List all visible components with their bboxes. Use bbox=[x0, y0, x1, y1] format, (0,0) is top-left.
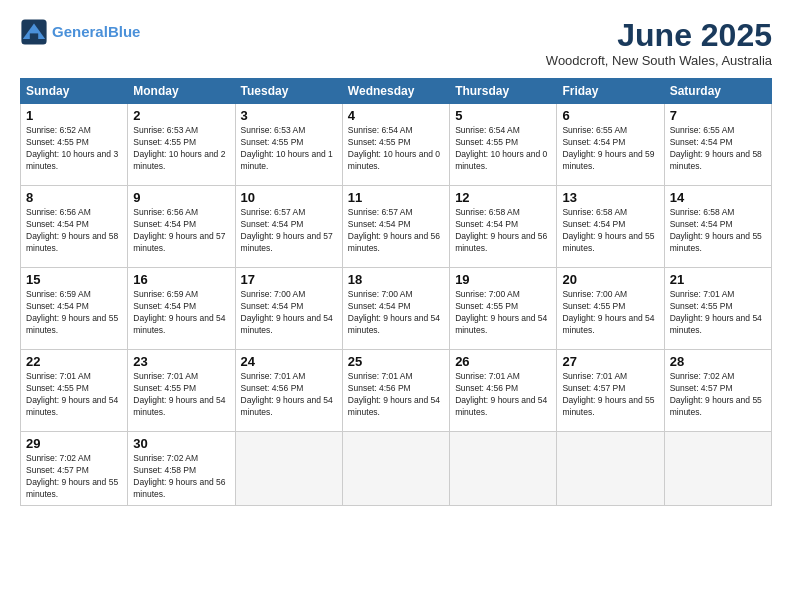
table-row: 27 Sunrise: 7:01 AM Sunset: 4:57 PM Dayl… bbox=[557, 350, 664, 432]
day-number: 17 bbox=[241, 272, 337, 287]
table-row bbox=[235, 432, 342, 506]
day-number: 21 bbox=[670, 272, 766, 287]
day-number: 13 bbox=[562, 190, 658, 205]
table-row: 26 Sunrise: 7:01 AM Sunset: 4:56 PM Dayl… bbox=[450, 350, 557, 432]
col-thursday: Thursday bbox=[450, 79, 557, 104]
table-row: 22 Sunrise: 7:01 AM Sunset: 4:55 PM Dayl… bbox=[21, 350, 128, 432]
table-row: 19 Sunrise: 7:00 AM Sunset: 4:55 PM Dayl… bbox=[450, 268, 557, 350]
day-info: Sunrise: 7:01 AM Sunset: 4:55 PM Dayligh… bbox=[26, 371, 122, 419]
day-info: Sunrise: 7:00 AM Sunset: 4:54 PM Dayligh… bbox=[241, 289, 337, 337]
logo-text: GeneralBlue bbox=[52, 23, 140, 40]
table-row: 1 Sunrise: 6:52 AM Sunset: 4:55 PM Dayli… bbox=[21, 104, 128, 186]
day-info: Sunrise: 7:00 AM Sunset: 4:54 PM Dayligh… bbox=[348, 289, 444, 337]
day-info: Sunrise: 7:01 AM Sunset: 4:56 PM Dayligh… bbox=[348, 371, 444, 419]
day-info: Sunrise: 6:56 AM Sunset: 4:54 PM Dayligh… bbox=[26, 207, 122, 255]
day-number: 30 bbox=[133, 436, 229, 451]
day-number: 12 bbox=[455, 190, 551, 205]
day-info: Sunrise: 7:01 AM Sunset: 4:55 PM Dayligh… bbox=[670, 289, 766, 337]
header-row: Sunday Monday Tuesday Wednesday Thursday… bbox=[21, 79, 772, 104]
day-info: Sunrise: 6:54 AM Sunset: 4:55 PM Dayligh… bbox=[455, 125, 551, 173]
day-number: 24 bbox=[241, 354, 337, 369]
day-info: Sunrise: 6:57 AM Sunset: 4:54 PM Dayligh… bbox=[348, 207, 444, 255]
location: Woodcroft, New South Wales, Australia bbox=[546, 53, 772, 68]
day-number: 8 bbox=[26, 190, 122, 205]
day-info: Sunrise: 7:01 AM Sunset: 4:56 PM Dayligh… bbox=[241, 371, 337, 419]
calendar-body: 1 Sunrise: 6:52 AM Sunset: 4:55 PM Dayli… bbox=[21, 104, 772, 506]
logo: GeneralBlue bbox=[20, 18, 140, 46]
calendar-table: Sunday Monday Tuesday Wednesday Thursday… bbox=[20, 78, 772, 506]
table-row: 17 Sunrise: 7:00 AM Sunset: 4:54 PM Dayl… bbox=[235, 268, 342, 350]
table-row: 10 Sunrise: 6:57 AM Sunset: 4:54 PM Dayl… bbox=[235, 186, 342, 268]
table-row: 7 Sunrise: 6:55 AM Sunset: 4:54 PM Dayli… bbox=[664, 104, 771, 186]
table-row: 25 Sunrise: 7:01 AM Sunset: 4:56 PM Dayl… bbox=[342, 350, 449, 432]
day-number: 23 bbox=[133, 354, 229, 369]
table-row: 20 Sunrise: 7:00 AM Sunset: 4:55 PM Dayl… bbox=[557, 268, 664, 350]
day-info: Sunrise: 7:01 AM Sunset: 4:56 PM Dayligh… bbox=[455, 371, 551, 419]
day-number: 27 bbox=[562, 354, 658, 369]
logo-line1: General bbox=[52, 23, 108, 40]
day-number: 11 bbox=[348, 190, 444, 205]
day-number: 29 bbox=[26, 436, 122, 451]
table-row: 14 Sunrise: 6:58 AM Sunset: 4:54 PM Dayl… bbox=[664, 186, 771, 268]
day-number: 6 bbox=[562, 108, 658, 123]
day-info: Sunrise: 6:55 AM Sunset: 4:54 PM Dayligh… bbox=[670, 125, 766, 173]
day-info: Sunrise: 6:59 AM Sunset: 4:54 PM Dayligh… bbox=[26, 289, 122, 337]
title-block: June 2025 Woodcroft, New South Wales, Au… bbox=[546, 18, 772, 68]
day-info: Sunrise: 7:02 AM Sunset: 4:57 PM Dayligh… bbox=[670, 371, 766, 419]
day-number: 14 bbox=[670, 190, 766, 205]
day-number: 22 bbox=[26, 354, 122, 369]
table-row: 28 Sunrise: 7:02 AM Sunset: 4:57 PM Dayl… bbox=[664, 350, 771, 432]
table-row: 30 Sunrise: 7:02 AM Sunset: 4:58 PM Dayl… bbox=[128, 432, 235, 506]
table-row: 15 Sunrise: 6:59 AM Sunset: 4:54 PM Dayl… bbox=[21, 268, 128, 350]
table-row: 12 Sunrise: 6:58 AM Sunset: 4:54 PM Dayl… bbox=[450, 186, 557, 268]
logo-line2: Blue bbox=[108, 23, 141, 40]
table-row bbox=[342, 432, 449, 506]
day-info: Sunrise: 7:02 AM Sunset: 4:58 PM Dayligh… bbox=[133, 453, 229, 501]
day-number: 2 bbox=[133, 108, 229, 123]
table-row: 5 Sunrise: 6:54 AM Sunset: 4:55 PM Dayli… bbox=[450, 104, 557, 186]
table-row: 29 Sunrise: 7:02 AM Sunset: 4:57 PM Dayl… bbox=[21, 432, 128, 506]
day-info: Sunrise: 7:02 AM Sunset: 4:57 PM Dayligh… bbox=[26, 453, 122, 501]
table-row: 9 Sunrise: 6:56 AM Sunset: 4:54 PM Dayli… bbox=[128, 186, 235, 268]
table-row: 3 Sunrise: 6:53 AM Sunset: 4:55 PM Dayli… bbox=[235, 104, 342, 186]
table-row: 21 Sunrise: 7:01 AM Sunset: 4:55 PM Dayl… bbox=[664, 268, 771, 350]
table-row: 16 Sunrise: 6:59 AM Sunset: 4:54 PM Dayl… bbox=[128, 268, 235, 350]
table-row bbox=[557, 432, 664, 506]
table-row: 24 Sunrise: 7:01 AM Sunset: 4:56 PM Dayl… bbox=[235, 350, 342, 432]
day-number: 9 bbox=[133, 190, 229, 205]
day-number: 16 bbox=[133, 272, 229, 287]
day-info: Sunrise: 6:52 AM Sunset: 4:55 PM Dayligh… bbox=[26, 125, 122, 173]
day-number: 28 bbox=[670, 354, 766, 369]
day-info: Sunrise: 7:01 AM Sunset: 4:55 PM Dayligh… bbox=[133, 371, 229, 419]
day-info: Sunrise: 6:59 AM Sunset: 4:54 PM Dayligh… bbox=[133, 289, 229, 337]
day-number: 1 bbox=[26, 108, 122, 123]
day-info: Sunrise: 6:54 AM Sunset: 4:55 PM Dayligh… bbox=[348, 125, 444, 173]
day-info: Sunrise: 7:01 AM Sunset: 4:57 PM Dayligh… bbox=[562, 371, 658, 419]
day-number: 10 bbox=[241, 190, 337, 205]
day-info: Sunrise: 6:58 AM Sunset: 4:54 PM Dayligh… bbox=[455, 207, 551, 255]
table-row: 18 Sunrise: 7:00 AM Sunset: 4:54 PM Dayl… bbox=[342, 268, 449, 350]
day-number: 4 bbox=[348, 108, 444, 123]
day-info: Sunrise: 6:55 AM Sunset: 4:54 PM Dayligh… bbox=[562, 125, 658, 173]
day-number: 15 bbox=[26, 272, 122, 287]
month-title: June 2025 bbox=[546, 18, 772, 53]
day-number: 26 bbox=[455, 354, 551, 369]
table-row: 8 Sunrise: 6:56 AM Sunset: 4:54 PM Dayli… bbox=[21, 186, 128, 268]
day-number: 18 bbox=[348, 272, 444, 287]
day-info: Sunrise: 7:00 AM Sunset: 4:55 PM Dayligh… bbox=[455, 289, 551, 337]
day-number: 7 bbox=[670, 108, 766, 123]
day-number: 20 bbox=[562, 272, 658, 287]
svg-rect-2 bbox=[30, 33, 38, 39]
col-sunday: Sunday bbox=[21, 79, 128, 104]
table-row: 13 Sunrise: 6:58 AM Sunset: 4:54 PM Dayl… bbox=[557, 186, 664, 268]
table-row: 6 Sunrise: 6:55 AM Sunset: 4:54 PM Dayli… bbox=[557, 104, 664, 186]
col-saturday: Saturday bbox=[664, 79, 771, 104]
table-row bbox=[450, 432, 557, 506]
day-number: 3 bbox=[241, 108, 337, 123]
table-row: 11 Sunrise: 6:57 AM Sunset: 4:54 PM Dayl… bbox=[342, 186, 449, 268]
header: GeneralBlue June 2025 Woodcroft, New Sou… bbox=[20, 18, 772, 68]
logo-icon bbox=[20, 18, 48, 46]
table-row: 4 Sunrise: 6:54 AM Sunset: 4:55 PM Dayli… bbox=[342, 104, 449, 186]
day-number: 25 bbox=[348, 354, 444, 369]
col-tuesday: Tuesday bbox=[235, 79, 342, 104]
